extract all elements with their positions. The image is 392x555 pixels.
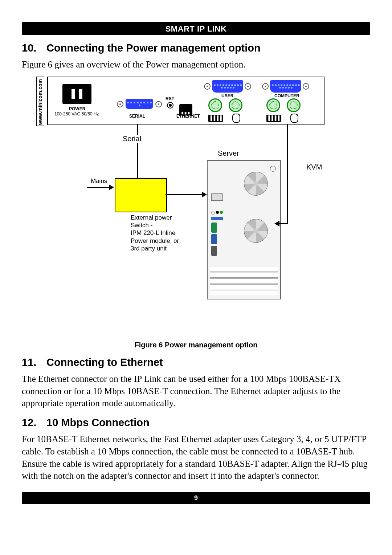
section-heading-10: 10. Connecting the Power management opti… — [22, 42, 370, 54]
header-title: SMART IP LINK — [166, 24, 227, 33]
user-vga — [204, 80, 251, 93]
screw-icon — [270, 166, 276, 172]
user-label: USER — [221, 93, 233, 98]
server-label: Server — [218, 149, 239, 158]
vga-connector-icon — [270, 80, 301, 93]
kvm-line-h — [279, 223, 288, 224]
server-ports — [211, 193, 224, 257]
server-tower — [207, 160, 281, 299]
section-number: 11. — [22, 356, 44, 368]
mouse-icon — [232, 114, 240, 123]
reset-button-icon — [167, 102, 173, 109]
section-number: 10. — [22, 42, 44, 54]
power-label: POWER — [69, 106, 85, 111]
screw-icon — [117, 101, 123, 107]
serial-port — [117, 99, 162, 109]
screw-icon — [262, 83, 269, 90]
serial-port-label: SERIAL — [129, 114, 145, 119]
external-power-caption: External power Switch - IPM 220-L Inline… — [131, 214, 179, 252]
kvm-arrow-head — [274, 221, 279, 227]
rst-label: RST — [166, 96, 174, 101]
page-number: 9 — [194, 494, 198, 502]
brand-label: www.minicom.com — [36, 77, 44, 126]
to-server-arrow-head — [202, 192, 207, 197]
screw-icon — [155, 101, 162, 107]
section-heading-12: 12. 10 Mbps Connection — [22, 417, 370, 429]
mains-label: Mains — [91, 177, 107, 185]
ps2-mouse-icon — [229, 98, 242, 112]
ethernet-label: ETHERNET — [176, 114, 200, 119]
ext-line2: Switch - — [131, 222, 152, 229]
user-icons — [208, 114, 240, 123]
expansion-slots — [208, 266, 280, 296]
fan-icon — [244, 172, 268, 196]
computer-ps2-row — [266, 98, 301, 112]
kvm-label: KVM — [306, 163, 322, 171]
ext-line4: Power module, or — [131, 237, 179, 244]
screw-icon — [303, 83, 309, 90]
screw-icon — [204, 83, 211, 90]
power-plug-icon — [62, 84, 91, 104]
computer-label: COMPUTER — [274, 93, 299, 98]
figure-6: www.minicom.com POWER 100-250 VAC 50/60 … — [36, 77, 356, 338]
fan-icon — [244, 219, 268, 243]
ps2-keyboard-icon — [266, 98, 280, 112]
external-power-switch-box — [115, 178, 167, 212]
ext-line1: External power — [131, 214, 172, 221]
user-ps2-row — [208, 98, 242, 112]
kvm-line-v — [287, 124, 288, 223]
keyboard-icon — [266, 115, 281, 122]
to-server-line — [166, 194, 202, 195]
vga-connector-icon — [212, 80, 243, 93]
power-sub-label: 100-250 VAC 50/60 Hz — [54, 111, 99, 117]
ps2-mouse-icon — [287, 98, 301, 112]
ip-link-rear-panel: POWER 100-250 VAC 50/60 Hz SERIAL RST ET… — [47, 77, 324, 125]
section-10-paragraph: Figure 6 gives an overview of the Power … — [22, 58, 370, 71]
serial-label: Serial — [121, 135, 143, 143]
mains-arrow-line — [87, 187, 109, 188]
screw-icon — [245, 83, 251, 90]
header-bar: SMART IP LINK — [22, 22, 370, 35]
section-title: Connecting the Power management option — [46, 42, 261, 54]
ext-line3: IPM 220-L Inline — [131, 229, 175, 236]
serial-line — [137, 124, 138, 178]
db9-connector-icon — [126, 99, 153, 109]
section-11-paragraph: The Ethernet connector on the IP Link ca… — [22, 373, 370, 409]
figure-caption: Figure 6 Power management option — [22, 341, 370, 349]
section-number: 12. — [22, 417, 44, 429]
computer-vga — [262, 80, 309, 93]
power-inlet — [62, 84, 91, 104]
section-12-paragraph: For 10BASE-T Ethernet networks, the Fast… — [22, 433, 370, 482]
computer-icons — [266, 114, 298, 123]
ps2-keyboard-icon — [208, 98, 222, 112]
ext-line5: 3rd party unit — [131, 245, 167, 252]
section-heading-11: 11. Connecting to Ethernet — [22, 356, 370, 368]
keyboard-icon — [208, 115, 223, 122]
mains-arrow-head — [109, 184, 114, 190]
footer-bar: 9 — [22, 492, 370, 504]
section-title: Connecting to Ethernet — [46, 356, 163, 368]
section-title: 10 Mbps Connection — [46, 417, 150, 428]
mouse-icon — [290, 114, 298, 123]
